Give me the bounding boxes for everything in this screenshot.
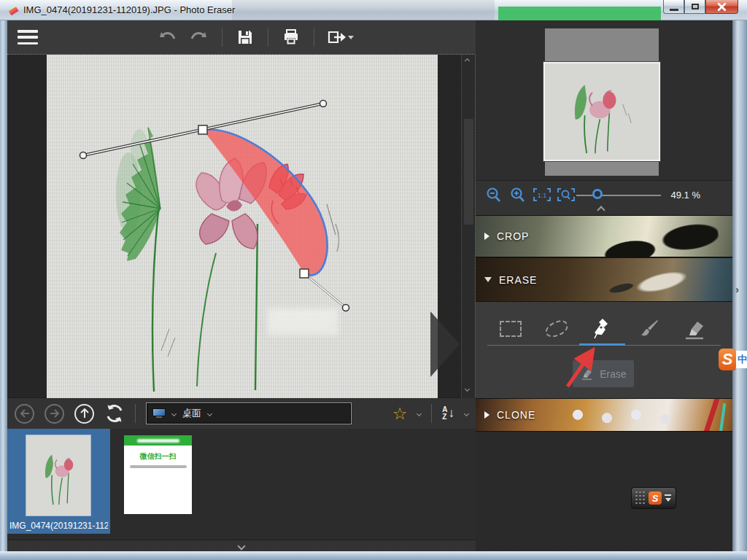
collapse-navigator-chevron-icon[interactable] bbox=[597, 206, 605, 214]
location-chevron-icon[interactable] bbox=[171, 411, 177, 416]
handle-point[interactable] bbox=[80, 152, 87, 159]
undo-button[interactable] bbox=[155, 25, 179, 50]
ime-minimize-icon[interactable] bbox=[665, 494, 671, 496]
card-header-text-blur bbox=[137, 439, 179, 443]
crop-photo-decoration bbox=[578, 215, 722, 257]
ime-language-badge[interactable]: S 中 bbox=[719, 349, 747, 370]
crop-collapsed-triangle-icon bbox=[484, 233, 489, 240]
erase-panel-header[interactable]: ERASE bbox=[476, 257, 732, 302]
canvas-scrollbar[interactable] bbox=[461, 55, 475, 398]
sort-caret-icon[interactable] bbox=[464, 411, 469, 416]
tool-pen[interactable] bbox=[579, 315, 625, 343]
scroll-up-icon[interactable] bbox=[465, 58, 470, 63]
pen-icon bbox=[593, 317, 612, 341]
window-title: IMG_0474(20191231-112019).JPG - Photo Er… bbox=[23, 4, 235, 15]
favorites-star-icon[interactable]: ☆ bbox=[392, 405, 408, 422]
ime-badge-logo-icon[interactable]: S bbox=[719, 349, 736, 370]
erase-panel-content: Erase bbox=[476, 302, 732, 398]
zoom-out-icon bbox=[486, 187, 502, 203]
title-bar[interactable]: IMG_0474(20191231-112019).JPG - Photo Er… bbox=[0, 0, 747, 20]
desktop-icon bbox=[152, 408, 166, 419]
location-label[interactable]: 桌面 bbox=[182, 407, 201, 420]
location-bar[interactable]: 桌面 bbox=[146, 402, 352, 424]
filmstrip-item-label: IMG_0474(20191231-112... bbox=[9, 521, 108, 531]
zoom-actual-size-button[interactable]: 1:1 bbox=[533, 187, 551, 203]
zoom-slider-handle[interactable] bbox=[592, 189, 603, 199]
ime-logo-icon[interactable]: S bbox=[649, 491, 662, 505]
zoom-out-button[interactable] bbox=[484, 187, 503, 203]
filmstrip-collapse-strip[interactable] bbox=[7, 540, 476, 551]
menu-icon[interactable] bbox=[18, 30, 38, 44]
redo-button[interactable] bbox=[187, 25, 212, 50]
zoom-in-button[interactable] bbox=[508, 187, 527, 203]
erased-watermark-patch bbox=[267, 308, 338, 335]
filmstrip-thumbnail bbox=[26, 435, 90, 516]
forward-button[interactable] bbox=[44, 404, 64, 424]
anchor-point-top[interactable] bbox=[198, 125, 207, 134]
toolbar-separator bbox=[268, 28, 268, 47]
crop-panel-label: CROP bbox=[497, 230, 529, 242]
clone-photo-pen bbox=[702, 398, 720, 432]
crop-panel-header[interactable]: CROP bbox=[476, 215, 732, 257]
canvas-area[interactable] bbox=[7, 54, 476, 397]
favorites-caret-icon[interactable] bbox=[417, 411, 422, 416]
eraser-icon bbox=[683, 317, 706, 341]
clone-panel-header[interactable]: CLONE bbox=[476, 398, 732, 432]
toolbar-separator bbox=[431, 404, 432, 423]
scrollbar-thumb[interactable] bbox=[464, 119, 473, 225]
location-chevron-icon[interactable] bbox=[207, 411, 212, 416]
print-button[interactable] bbox=[279, 25, 303, 50]
filmstrip-item-card[interactable]: 微信扫一扫 bbox=[124, 435, 192, 514]
handle-point[interactable] bbox=[343, 305, 349, 311]
refresh-button[interactable] bbox=[104, 403, 125, 424]
minimize-button[interactable] bbox=[663, 0, 684, 14]
export-button[interactable] bbox=[325, 25, 357, 50]
close-icon bbox=[717, 2, 727, 12]
erase-button-icon bbox=[580, 368, 595, 381]
filmstrip-item-selected[interactable]: IMG_0474(20191231-112... bbox=[7, 429, 110, 534]
erase-panel-label: ERASE bbox=[499, 274, 537, 286]
ime-menu-caret-icon[interactable] bbox=[665, 498, 671, 502]
photo-canvas[interactable] bbox=[47, 55, 438, 398]
back-arrow-icon bbox=[20, 409, 30, 418]
erase-button-label: Erase bbox=[600, 368, 627, 380]
ime-toolbar[interactable]: S bbox=[631, 487, 676, 509]
main-toolbar bbox=[7, 20, 476, 54]
ime-drag-handle-icon[interactable] bbox=[635, 491, 646, 505]
navigator-thumbnail[interactable] bbox=[545, 28, 659, 176]
minimize-icon bbox=[670, 9, 678, 11]
sort-button[interactable]: A Z ↓ bbox=[442, 406, 454, 421]
collapse-chevron-icon bbox=[237, 542, 245, 550]
fit-screen-icon bbox=[557, 187, 576, 203]
close-button[interactable] bbox=[705, 0, 738, 14]
handle-point[interactable] bbox=[320, 101, 327, 107]
scroll-down-icon[interactable] bbox=[465, 386, 470, 392]
zoom-in-icon bbox=[510, 187, 526, 203]
maximize-button[interactable] bbox=[684, 0, 705, 14]
card-header-bar bbox=[124, 435, 192, 446]
window-border-bottom bbox=[0, 551, 747, 560]
export-dropdown-caret-icon bbox=[348, 36, 354, 39]
window-border-left bbox=[0, 20, 7, 551]
back-button[interactable] bbox=[15, 404, 34, 424]
next-image-arrow-icon[interactable] bbox=[430, 311, 460, 377]
tool-lasso[interactable] bbox=[533, 315, 579, 343]
tool-rect-select[interactable] bbox=[487, 315, 533, 343]
photo-eraser-window: IMG_0474(20191231-112019).JPG - Photo Er… bbox=[0, 0, 747, 560]
panel-expand-chevron-icon[interactable]: › bbox=[735, 283, 739, 295]
sort-z-label: Z bbox=[442, 413, 447, 421]
undo-icon bbox=[158, 30, 177, 44]
export-icon bbox=[328, 29, 347, 45]
brush-icon bbox=[638, 318, 659, 340]
one-to-one-label: 1:1 bbox=[538, 192, 547, 199]
zoom-slider-track[interactable] bbox=[576, 195, 661, 196]
tool-eraser[interactable] bbox=[671, 315, 717, 343]
navigator-viewport[interactable] bbox=[543, 62, 660, 161]
erase-apply-button[interactable]: Erase bbox=[573, 360, 634, 387]
up-folder-button[interactable] bbox=[74, 404, 94, 424]
ime-language-label: 中 bbox=[736, 351, 747, 368]
save-button[interactable] bbox=[233, 25, 258, 50]
tool-brush[interactable] bbox=[625, 315, 671, 343]
anchor-point-bottom[interactable] bbox=[300, 269, 309, 278]
zoom-fit-button[interactable] bbox=[557, 187, 576, 203]
